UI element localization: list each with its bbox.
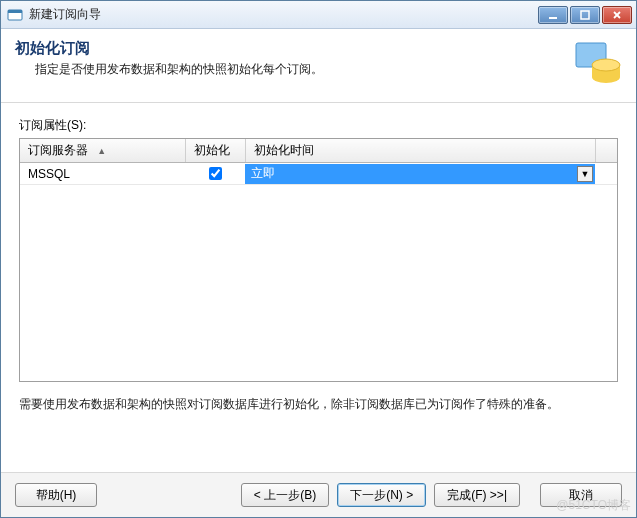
init-time-value: 立即 bbox=[251, 165, 589, 182]
help-button[interactable]: 帮助(H) bbox=[15, 483, 97, 507]
header-decoration-icon bbox=[570, 37, 626, 93]
init-time-dropdown[interactable]: 立即 ▼ bbox=[245, 164, 595, 184]
window-title: 新建订阅向导 bbox=[29, 6, 538, 23]
cancel-button[interactable]: 取消 bbox=[540, 483, 622, 507]
grid-header-row: 订阅服务器 ▲ 初始化 初始化时间 bbox=[20, 139, 617, 163]
grid-empty-area bbox=[20, 185, 617, 381]
button-bar: 帮助(H) < 上一步(B) 下一步(N) > 完成(F) >>| 取消 bbox=[1, 472, 636, 517]
column-header-pad bbox=[595, 139, 617, 163]
wizard-header: 初始化订阅 指定是否使用发布数据和架构的快照初始化每个订阅。 bbox=[1, 29, 636, 103]
column-header-init-time[interactable]: 初始化时间 bbox=[245, 139, 595, 163]
cell-init bbox=[185, 163, 245, 185]
properties-label: 订阅属性(S): bbox=[19, 117, 618, 134]
svg-rect-1 bbox=[8, 10, 22, 13]
sort-indicator-icon: ▲ bbox=[97, 146, 106, 156]
page-title: 初始化订阅 bbox=[15, 39, 620, 58]
svg-rect-2 bbox=[549, 17, 557, 19]
column-header-server[interactable]: 订阅服务器 ▲ bbox=[20, 139, 185, 163]
init-checkbox[interactable] bbox=[209, 167, 222, 180]
cell-init-time: 立即 ▼ bbox=[245, 163, 595, 185]
window-buttons bbox=[538, 6, 632, 24]
footer-note: 需要使用发布数据和架构的快照对订阅数据库进行初始化，除非订阅数据库已为订阅作了特… bbox=[19, 396, 618, 413]
app-icon bbox=[7, 7, 23, 23]
column-header-server-label: 订阅服务器 bbox=[28, 143, 88, 157]
page-subtitle: 指定是否使用发布数据和架构的快照初始化每个订阅。 bbox=[35, 61, 620, 78]
grid-table: 订阅服务器 ▲ 初始化 初始化时间 MSSQL bbox=[20, 139, 617, 185]
maximize-button[interactable] bbox=[570, 6, 600, 24]
back-button[interactable]: < 上一步(B) bbox=[241, 483, 329, 507]
next-button[interactable]: 下一步(N) > bbox=[337, 483, 426, 507]
svg-point-9 bbox=[592, 59, 620, 71]
wizard-body: 订阅属性(S): 订阅服务器 ▲ 初始化 bbox=[1, 103, 636, 472]
table-row: MSSQL 立即 ▼ bbox=[20, 163, 617, 185]
minimize-button[interactable] bbox=[538, 6, 568, 24]
close-button[interactable] bbox=[602, 6, 632, 24]
chevron-down-icon[interactable]: ▼ bbox=[577, 166, 593, 182]
titlebar: 新建订阅向导 bbox=[1, 1, 636, 29]
cell-server: MSSQL bbox=[20, 163, 185, 185]
finish-button[interactable]: 完成(F) >>| bbox=[434, 483, 520, 507]
wizard-window: 新建订阅向导 初始化订阅 指定是否使用发布数据和架构的快照初始化每个订阅。 bbox=[0, 0, 637, 518]
svg-rect-3 bbox=[581, 11, 589, 19]
column-header-init[interactable]: 初始化 bbox=[185, 139, 245, 163]
subscription-grid: 订阅服务器 ▲ 初始化 初始化时间 MSSQL bbox=[19, 138, 618, 382]
cell-pad bbox=[595, 163, 617, 185]
